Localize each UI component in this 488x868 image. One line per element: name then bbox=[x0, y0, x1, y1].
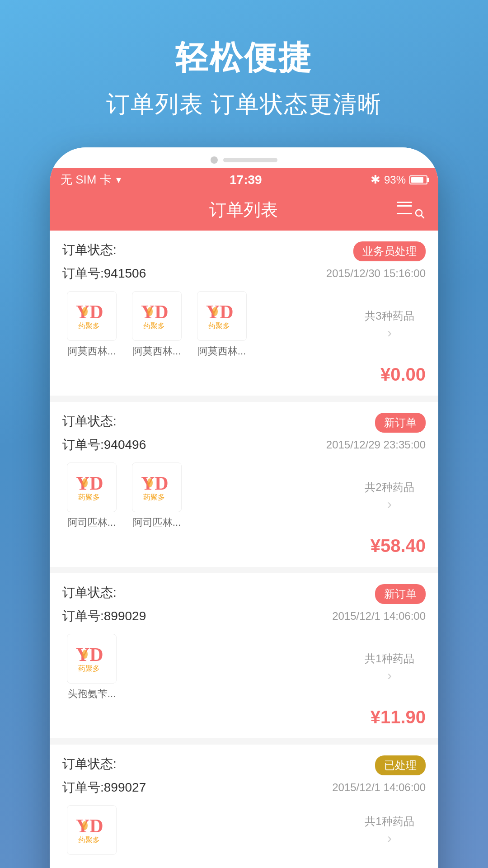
order-status-label: 订单状态: bbox=[62, 755, 117, 773]
order-number: 订单号:940496 bbox=[62, 436, 146, 453]
product-item: YD 药聚多 bbox=[62, 805, 121, 855]
product-logo: YD 药聚多 bbox=[67, 291, 117, 341]
status-right: ✱ 93% bbox=[371, 173, 427, 187]
svg-text:YD: YD bbox=[76, 816, 103, 836]
product-item: YD 药聚多 阿莫西林... bbox=[127, 291, 186, 358]
svg-text:药聚多: 药聚多 bbox=[78, 322, 100, 330]
order-number: 订单号:899029 bbox=[62, 608, 146, 625]
product-item: YD 药聚多 阿司匹林... bbox=[62, 462, 121, 529]
product-count: 共1种药品 bbox=[365, 651, 414, 666]
order-number: 订单号:899027 bbox=[62, 779, 146, 796]
product-items: YD 药聚多 阿莫西林... YD 药聚多 bbox=[62, 291, 353, 358]
svg-text:药聚多: 药聚多 bbox=[208, 322, 230, 330]
chevron-right-icon: › bbox=[387, 668, 392, 683]
bluetooth-icon: ✱ bbox=[371, 173, 380, 187]
battery-icon bbox=[409, 175, 427, 184]
status-badge: 业务员处理 bbox=[353, 241, 426, 261]
svg-text:药聚多: 药聚多 bbox=[143, 322, 165, 330]
search-filter-icon[interactable] bbox=[397, 202, 425, 219]
product-logo: YD 药聚多 bbox=[67, 805, 117, 855]
yd-logo-4: YD 药聚多 bbox=[71, 467, 112, 508]
svg-text:药聚多: 药聚多 bbox=[78, 665, 100, 672]
product-logo: YD 药聚多 bbox=[67, 462, 117, 512]
order-card[interactable]: 订单状态: 已处理 订单号:899027 2015/12/1 14:06:00 … bbox=[50, 745, 438, 864]
product-name: 阿司匹林... bbox=[68, 516, 116, 529]
product-count: 共2种药品 bbox=[365, 480, 414, 495]
order-number: 订单号:941506 bbox=[62, 265, 146, 282]
status-badge: 新订单 bbox=[375, 413, 426, 433]
svg-text:YD: YD bbox=[206, 302, 234, 322]
order-header: 订单状态: 新订单 bbox=[62, 413, 426, 433]
order-list: 订单状态: 业务员处理 订单号:941506 2015/12/30 15:16:… bbox=[50, 231, 438, 864]
order-card[interactable]: 订单状态: 业务员处理 订单号:941506 2015/12/30 15:16:… bbox=[50, 231, 438, 396]
order-card[interactable]: 订单状态: 新订单 订单号:899029 2015/12/1 14:06:00 … bbox=[50, 573, 438, 738]
product-name: 阿司匹林... bbox=[133, 516, 181, 529]
battery-percentage: 93% bbox=[384, 174, 406, 186]
hero-subtitle: 订单列表 订单状态更清晰 bbox=[106, 89, 382, 120]
svg-text:药聚多: 药聚多 bbox=[78, 836, 100, 844]
order-date: 2015/12/29 23:35:00 bbox=[326, 439, 426, 451]
svg-point-4 bbox=[82, 307, 88, 316]
product-count-area: 共1种药品 › bbox=[353, 651, 426, 683]
product-logo: YD 药聚多 bbox=[197, 291, 247, 341]
product-items: YD 药聚多 头孢氨苄... bbox=[62, 634, 353, 701]
order-status-label: 订单状态: bbox=[62, 241, 117, 259]
product-logo: YD 药聚多 bbox=[67, 634, 117, 684]
svg-text:YD: YD bbox=[141, 302, 169, 322]
wifi-icon: ▾ bbox=[116, 174, 121, 186]
carrier-label: 无 SIM 卡 bbox=[61, 172, 112, 188]
svg-text:YD: YD bbox=[76, 302, 103, 322]
yd-logo-5: YD 药聚多 bbox=[136, 467, 177, 508]
product-count: 共3种药品 bbox=[365, 309, 414, 323]
svg-point-7 bbox=[147, 307, 153, 316]
battery-fill bbox=[411, 177, 423, 183]
order-header: 订单状态: 业务员处理 bbox=[62, 241, 426, 261]
phone-camera bbox=[211, 156, 218, 164]
order-number-row: 订单号:940496 2015/12/29 23:35:00 bbox=[62, 436, 426, 453]
product-items: YD 药聚多 阿司匹林... YD 药聚多 bbox=[62, 462, 353, 529]
product-name: 阿莫西林... bbox=[133, 344, 181, 358]
product-name: 头孢氨苄... bbox=[68, 687, 116, 701]
nav-title: 订单列表 bbox=[90, 198, 397, 222]
order-price-row: ¥11.90 bbox=[62, 707, 426, 727]
order-price: ¥58.40 bbox=[371, 536, 426, 556]
order-price-row: ¥0.00 bbox=[62, 364, 426, 385]
chevron-right-icon: › bbox=[387, 496, 392, 512]
chevron-right-icon: › bbox=[387, 830, 392, 846]
yd-logo-1: YD 药聚多 bbox=[71, 296, 112, 336]
order-card[interactable]: 订单状态: 新订单 订单号:940496 2015/12/29 23:35:00… bbox=[50, 402, 438, 567]
order-price: ¥0.00 bbox=[380, 364, 426, 385]
order-status-label: 订单状态: bbox=[62, 584, 117, 601]
hero-header: 轻松便捷 订单列表 订单状态更清晰 bbox=[88, 0, 400, 147]
product-item: YD 药聚多 阿莫西林... bbox=[192, 291, 251, 358]
order-price-row: ¥58.40 bbox=[62, 536, 426, 556]
svg-text:药聚多: 药聚多 bbox=[78, 493, 100, 501]
yd-logo-3: YD 药聚多 bbox=[202, 296, 242, 336]
order-price: ¥11.90 bbox=[371, 707, 426, 727]
svg-text:YD: YD bbox=[76, 644, 103, 665]
product-item: YD 药聚多 头孢氨苄... bbox=[62, 634, 121, 701]
product-item: YD 药聚多 阿司匹林... bbox=[127, 462, 186, 529]
svg-text:YD: YD bbox=[76, 473, 103, 494]
order-header: 订单状态: 已处理 bbox=[62, 755, 426, 775]
yd-logo-7: YD 药聚多 bbox=[71, 810, 112, 850]
svg-line-1 bbox=[421, 215, 424, 218]
hero-title: 轻松便捷 bbox=[106, 36, 382, 80]
clock: 17:39 bbox=[230, 173, 262, 187]
svg-point-10 bbox=[212, 307, 218, 316]
svg-point-13 bbox=[82, 478, 88, 487]
status-badge: 新订单 bbox=[375, 584, 426, 604]
status-left: 无 SIM 卡 ▾ bbox=[61, 172, 121, 188]
order-date: 2015/12/1 14:06:00 bbox=[332, 610, 426, 623]
chevron-right-icon: › bbox=[387, 325, 392, 340]
product-item: YD 药聚多 阿莫西林... bbox=[62, 291, 121, 358]
product-count: 共1种药品 bbox=[365, 814, 414, 829]
svg-point-16 bbox=[147, 478, 153, 487]
product-count-area: 共3种药品 › bbox=[353, 309, 426, 340]
order-number-row: 订单号:899027 2015/12/1 14:06:00 bbox=[62, 779, 426, 796]
nav-bar: 订单列表 bbox=[50, 191, 438, 231]
order-status-label: 订单状态: bbox=[62, 413, 117, 430]
svg-text:YD: YD bbox=[141, 473, 169, 494]
yd-logo-6: YD 药聚多 bbox=[71, 638, 112, 679]
phone-frame: 无 SIM 卡 ▾ 17:39 ✱ 93% 订单列表 bbox=[50, 147, 438, 868]
